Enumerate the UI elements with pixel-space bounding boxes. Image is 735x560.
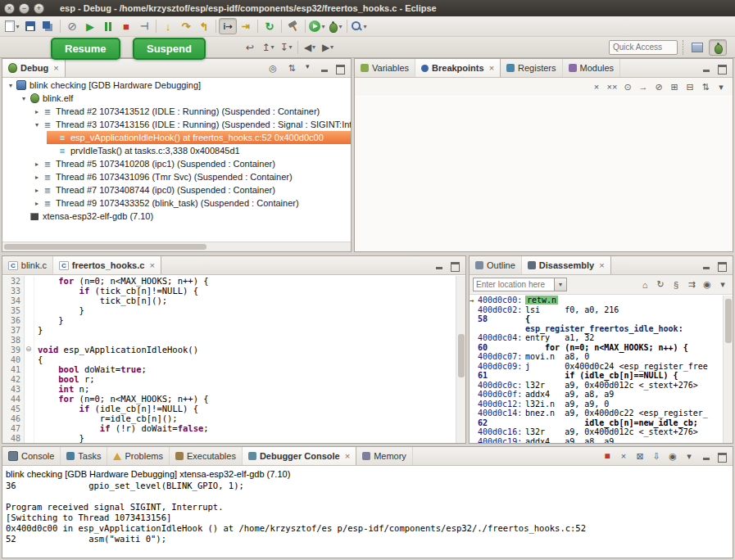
collapse-all-button[interactable]: ⊟: [683, 80, 696, 93]
view-tab[interactable]: Memory: [356, 447, 413, 465]
debug-perspective-button[interactable]: [709, 39, 727, 56]
suspend-button[interactable]: [99, 18, 117, 34]
tree-expander-icon[interactable]: [32, 187, 42, 194]
go-to-file-for-breakpoint-button[interactable]: →: [637, 80, 650, 93]
debug-tree-hscrollbar[interactable]: [2, 242, 351, 251]
code-editor[interactable]: 32 for (n=0; n<MAX_HOOKS; n++) { 33 if (…: [2, 276, 456, 443]
code-line[interactable]: 40 {: [2, 355, 456, 364]
view-tab[interactable]: Breakpoints: [415, 59, 501, 77]
step-into-button[interactable]: ↓: [159, 18, 177, 34]
save-all-button[interactable]: [39, 18, 57, 34]
disassembly-row[interactable]: 60 for (n=0; n<MAX_HOOKS; n++) {: [470, 343, 723, 353]
scrollbar-thumb[interactable]: [458, 334, 465, 377]
editor-tab[interactable]: blink.c: [2, 256, 53, 274]
debug-tree-row[interactable]: blink.elf: [2, 92, 351, 105]
debug-tree-row[interactable]: blink checking [GDB Hardware Debugging]: [2, 79, 351, 92]
debug-tree-row[interactable]: Thread #3 1073413156 (IDLE : Running) (S…: [2, 118, 351, 131]
code-line[interactable]: 33 if (tick_cb[n]!=NULL) {: [2, 286, 456, 296]
debug-button[interactable]: [326, 18, 344, 34]
run-button[interactable]: [308, 18, 326, 34]
debug-tree-row[interactable]: Thread #9 1073433352 (blink_task) (Suspe…: [2, 196, 351, 210]
disassembly-scrollbar[interactable]: [723, 296, 733, 443]
skip-all-breakpoints-toggle[interactable]: ⊘: [652, 80, 665, 93]
disassembly-row[interactable]: 400d0c19: addx4 a9, a8, a9: [470, 437, 723, 444]
tab-close-icon[interactable]: [52, 63, 58, 73]
forward-button[interactable]: ▶: [319, 39, 337, 56]
open-console-dropdown[interactable]: ▾: [683, 449, 696, 463]
pin-console-toggle[interactable]: ◉: [666, 449, 679, 463]
debug-tree-row[interactable]: esp_vApplicationIdleHook() at freertos_h…: [2, 131, 351, 144]
code-line[interactable]: 41 bool doWait=true;: [2, 364, 456, 374]
disassembly-row[interactable]: 400d0c00: retw.n: [470, 296, 723, 305]
scrollbar-thumb[interactable]: [4, 244, 206, 250]
maximize-icon[interactable]: [717, 451, 727, 461]
location-dropdown-icon[interactable]: [555, 278, 567, 291]
code-line[interactable]: 36 }: [2, 315, 456, 325]
tree-expander-icon[interactable]: [6, 82, 16, 89]
quick-access-input[interactable]: [609, 40, 678, 55]
restart-button[interactable]: ↻: [261, 18, 279, 34]
window-close-button[interactable]: [4, 3, 15, 14]
terminate-button[interactable]: ■: [117, 18, 135, 34]
editor-scrollbar[interactable]: [456, 276, 465, 443]
breakpoints-view-menu-button[interactable]: ▾: [715, 80, 728, 93]
code-line[interactable]: 48 }: [2, 433, 456, 443]
code-line[interactable]: 46 r=idle_cb[n]();: [2, 413, 456, 423]
disassembly-row[interactable]: 400d0c02: lsi f0, a0, 216: [470, 305, 723, 315]
debug-tree-row[interactable]: xtensa-esp32-elf-gdb (7.10): [2, 210, 351, 223]
disassembly-row[interactable]: 400d0c14: bnez.n a9, 0x400d0c22 <esp_reg…: [470, 409, 723, 418]
clear-console-button[interactable]: ⊠: [633, 449, 647, 463]
tab-close-icon[interactable]: [488, 63, 494, 73]
expand-all-button[interactable]: ⊞: [668, 80, 681, 93]
last-edit-location-button[interactable]: ↩: [241, 39, 259, 56]
remove-launch-button[interactable]: ×: [617, 449, 630, 463]
disassembly-row[interactable]: 400d0c12: l32i.n a9, a9, 0: [470, 400, 723, 409]
use-step-filters-toggle[interactable]: ⇥: [237, 18, 255, 34]
debug-tree-row[interactable]: Thread #7 1073408744 (ipc0) (Suspended :…: [2, 183, 351, 196]
remove-all-breakpoints-button[interactable]: ××: [606, 80, 619, 93]
view-tab[interactable]: Registers: [501, 59, 562, 77]
minimize-icon[interactable]: [701, 63, 711, 73]
new-button[interactable]: [3, 18, 21, 34]
build-button[interactable]: [284, 18, 302, 34]
maximize-icon[interactable]: [717, 260, 727, 270]
view-tab[interactable]: Problems: [107, 447, 169, 465]
thread-grouping-icon[interactable]: [285, 61, 298, 75]
refresh-disassembly-button[interactable]: ↻: [654, 278, 667, 291]
view-tab[interactable]: Variables: [355, 59, 415, 77]
editor-tab[interactable]: freertos_hooks.c: [53, 256, 161, 274]
code-line[interactable]: 47 if (!r) doWait=false;: [2, 423, 456, 433]
tree-expander-icon[interactable]: [32, 200, 42, 207]
disassembly-row[interactable]: 62 idle_cb[n]=new_idle_cb;: [470, 418, 723, 428]
tab-close-icon[interactable]: [147, 260, 154, 270]
link-with-debug-view-toggle[interactable]: ⇅: [699, 80, 712, 93]
maximize-icon[interactable]: [717, 63, 727, 73]
tab-close-icon[interactable]: [343, 451, 350, 461]
maximize-icon[interactable]: [450, 260, 460, 270]
view-tab[interactable]: Outline: [470, 256, 522, 274]
debug-tree-row[interactable]: Thread #5 1073410208 (ipc1) (Suspended :…: [2, 157, 351, 170]
minimize-icon[interactable]: [701, 451, 711, 461]
maximize-icon[interactable]: [335, 63, 345, 73]
disassembly-listing[interactable]: 400d0c00: retw.n 400d0c02: lsi f0, a0, 2…: [470, 296, 723, 443]
track-expression-toggle[interactable]: ⇉: [685, 278, 698, 291]
tree-expander-icon[interactable]: [32, 108, 42, 115]
next-annotation-button[interactable]: ↧: [277, 39, 295, 56]
code-line[interactable]: 39 void esp_vApplicationIdleHook(): [2, 345, 456, 355]
disassembly-row[interactable]: esp_register_freertos_idle_hook:: [470, 324, 723, 334]
connect-debug-icon[interactable]: [266, 61, 279, 75]
search-button[interactable]: [350, 18, 368, 34]
scrollbar-thumb[interactable]: [725, 299, 732, 343]
code-line[interactable]: 42 bool r;: [2, 374, 456, 384]
code-line[interactable]: 32 for (n=0; n<MAX_HOOKS; n++) {: [2, 276, 456, 286]
tab-debug[interactable]: Debug: [2, 59, 66, 77]
debugger-console-output[interactable]: blink checking [GDB Hardware Debugging] …: [2, 467, 733, 558]
code-line[interactable]: 45 if (idle_cb[n]!=NULL) {: [2, 404, 456, 413]
scroll-lock-toggle[interactable]: ⇩: [650, 449, 663, 463]
code-line[interactable]: 43 int n;: [2, 384, 456, 394]
view-tab[interactable]: Executables: [170, 447, 243, 465]
view-tab[interactable]: Disassembly: [522, 256, 611, 274]
tree-expander-icon[interactable]: [32, 174, 42, 181]
save-button[interactable]: [21, 18, 39, 34]
debug-tree-row[interactable]: Thread #6 1073431096 (Tmr Svc) (Suspende…: [2, 170, 351, 183]
